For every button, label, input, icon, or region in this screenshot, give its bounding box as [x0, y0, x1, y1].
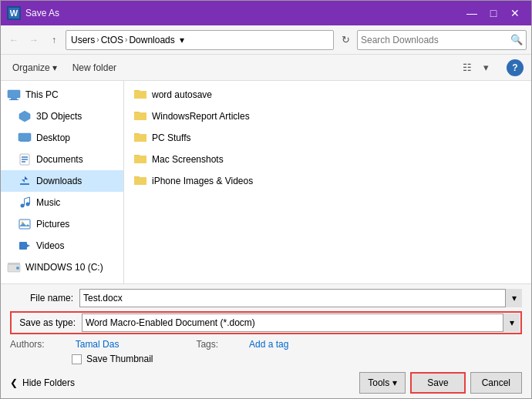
tools-dropdown-icon: ▾ — [392, 377, 397, 388]
breadcrumb-dropdown-icon[interactable]: ▾ — [180, 35, 184, 45]
breadcrumb-sep2: › — [125, 35, 127, 44]
folder-icon — [133, 131, 147, 145]
authors-label: Authors: — [10, 339, 45, 350]
view-dropdown-button[interactable]: ▾ — [477, 59, 494, 76]
up-button[interactable]: ↑ — [45, 32, 62, 49]
search-icon[interactable]: 🔍 — [510, 34, 523, 45]
svg-marker-3 — [19, 111, 30, 122]
sidebar-item-label: Music — [36, 197, 60, 208]
sidebar-item-label: This PC — [25, 89, 59, 100]
search-input[interactable] — [361, 35, 510, 45]
folder-icon — [133, 153, 147, 166]
close-button[interactable]: ✕ — [505, 5, 525, 21]
refresh-button[interactable]: ↻ — [337, 32, 354, 49]
breadcrumb-users: Users — [71, 35, 95, 45]
sidebar-item-virtual-d[interactable]: Virtual OSs (D:) — [1, 278, 123, 283]
view-toggle-button[interactable]: ☷ — [459, 59, 476, 76]
svg-rect-21 — [19, 242, 27, 250]
list-item[interactable]: WindowsReport Articles — [127, 106, 528, 127]
sidebar-item-pictures[interactable]: Pictures — [1, 213, 123, 235]
filename-label: File name: — [10, 293, 73, 303]
svg-marker-12 — [25, 176, 28, 179]
breadcrumb-ctos: CtOS — [101, 35, 123, 45]
tools-button[interactable]: Tools ▾ — [359, 372, 406, 394]
main-area: This PC 3D Objects Desktop Documents — [1, 81, 531, 283]
new-folder-button[interactable]: New folder — [69, 60, 120, 75]
sidebar-item-music[interactable]: Music — [1, 192, 123, 213]
pictures-icon — [18, 217, 32, 231]
cancel-button[interactable]: Cancel — [470, 372, 522, 394]
sidebar-item-label: Videos — [36, 240, 64, 251]
filename-input[interactable]: Test.docx — [79, 289, 522, 307]
file-name: iPhone Images & Videos — [152, 176, 253, 186]
search-box: 🔍 — [357, 30, 527, 50]
toolbar: Organize ▾ New folder ☷ ▾ ? — [1, 55, 531, 81]
sidebar-item-label: Desktop — [36, 132, 70, 143]
sidebar-item-videos[interactable]: Videos — [1, 235, 123, 256]
file-list: word autosave WindowsReport Articles PC … — [124, 81, 531, 283]
minimize-button[interactable]: — — [462, 5, 482, 21]
maximize-button[interactable]: □ — [483, 5, 503, 21]
breadcrumb[interactable]: Users › CtOS › Downloads ▾ — [66, 30, 334, 50]
sidebar: This PC 3D Objects Desktop Documents — [1, 81, 124, 283]
sidebar-item-this-pc[interactable]: This PC — [1, 84, 123, 106]
desktop-icon — [18, 131, 32, 145]
tags-label: Tags: — [196, 339, 218, 350]
hide-folders-button[interactable]: ❮ Hide Folders — [10, 377, 75, 388]
author-link[interactable]: Tamal Das — [76, 339, 120, 350]
svg-rect-4 — [19, 133, 31, 141]
svg-rect-0 — [8, 90, 20, 98]
sidebar-item-3d-objects[interactable]: 3D Objects — [1, 106, 123, 127]
organize-button[interactable]: Organize ▾ — [8, 60, 61, 75]
this-pc-icon — [7, 88, 21, 102]
file-name: WindowsReport Articles — [152, 111, 250, 122]
save-button[interactable]: Save — [410, 372, 465, 394]
save-label: Save — [427, 377, 448, 388]
list-item[interactable]: iPhone Images & Videos — [127, 170, 528, 192]
new-folder-label: New folder — [72, 62, 116, 73]
list-item[interactable]: word autosave — [127, 84, 528, 106]
save-thumbnail-label: Save Thumbnail — [86, 354, 153, 364]
folder-icon — [133, 174, 147, 188]
thumbnail-row: Save Thumbnail — [10, 354, 522, 364]
documents-icon — [18, 153, 32, 166]
folder-icon — [133, 88, 147, 102]
music-icon — [18, 196, 32, 210]
view-options: ☷ ▾ — [459, 59, 494, 76]
filetype-select[interactable]: Word Macro-Enabled Document (*.docm) — [82, 314, 520, 332]
back-button[interactable]: ← — [5, 32, 22, 49]
filetype-row: Save as type: Word Macro-Enabled Documen… — [10, 311, 522, 334]
sidebar-item-documents[interactable]: Documents — [1, 149, 123, 170]
filetype-select-wrapper: Word Macro-Enabled Document (*.docm) ▾ — [82, 314, 520, 332]
breadcrumb-sep1: › — [96, 35, 99, 44]
organize-chevron-icon: ▾ — [52, 62, 57, 73]
sidebar-item-desktop[interactable]: Desktop — [1, 127, 123, 149]
drive-d-icon — [7, 282, 21, 283]
add-tag-link[interactable]: Add a tag — [249, 339, 288, 350]
app-icon: W — [7, 6, 21, 20]
breadcrumb-downloads: Downloads — [129, 35, 174, 45]
videos-icon — [18, 239, 32, 253]
svg-rect-10 — [20, 183, 29, 185]
svg-marker-22 — [27, 244, 30, 247]
authors-row: Authors: Tamal Das Tags: Add a tag — [10, 339, 522, 350]
forward-button[interactable]: → — [25, 32, 42, 49]
sidebar-item-windows-c[interactable]: WINDOWS 10 (C:) — [1, 256, 123, 278]
navigation-bar: ← → ↑ Users › CtOS › Downloads ▾ ↻ 🔍 — [1, 25, 531, 55]
sidebar-item-downloads[interactable]: Downloads — [1, 170, 123, 192]
list-item[interactable]: Mac Screenshots — [127, 149, 528, 170]
svg-rect-29 — [134, 91, 146, 99]
save-thumbnail-checkbox[interactable] — [72, 354, 82, 364]
title-bar: W Save As — □ ✕ — [1, 1, 531, 25]
svg-rect-31 — [134, 134, 146, 142]
svg-rect-2 — [9, 99, 19, 100]
filetype-label: Save as type: — [12, 317, 76, 328]
downloads-icon — [18, 174, 32, 188]
hide-folders-chevron-icon: ❮ — [10, 377, 18, 388]
svg-rect-5 — [20, 141, 29, 142]
help-button[interactable]: ? — [507, 59, 524, 76]
cancel-label: Cancel — [482, 377, 510, 388]
svg-rect-30 — [134, 112, 146, 120]
sidebar-item-label: Pictures — [36, 219, 69, 230]
list-item[interactable]: PC Stuffs — [127, 127, 528, 149]
